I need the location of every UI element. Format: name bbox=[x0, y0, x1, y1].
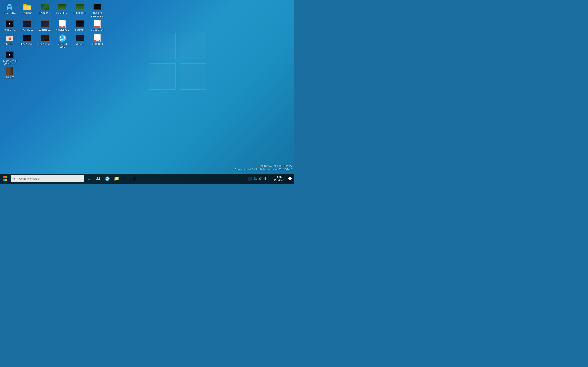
shuibo-label: 视博朋友-电... bbox=[3, 29, 17, 31]
thumb-582c-label: 582c31e279... bbox=[20, 43, 34, 45]
svg-rect-18 bbox=[98, 179, 100, 180]
desktop-icon-row-2: ▶ 视博朋友-电... 4e77e446-2... a1fdefee-2... bbox=[2, 19, 105, 32]
svg-rect-8 bbox=[6, 36, 9, 37]
svg-rect-11 bbox=[3, 176, 5, 178]
desktop-icon-unnamed[interactable]: unnamed bbox=[72, 19, 88, 32]
notification-button[interactable]: 💬 bbox=[287, 174, 293, 184]
desktop-icon-screen-recording[interactable]: 屏幕录制2021-01-2... bbox=[89, 2, 105, 18]
watermark-line1: Windows 10 Pro Insider Preview bbox=[0, 164, 292, 168]
evaluation-watermark: Windows 10 Pro Insider Preview Evaluatio… bbox=[0, 164, 294, 171]
desktop-icon-u39193[interactable]: u=39193384... bbox=[72, 2, 88, 18]
desktop-icon-vlb4xk[interactable]: Vlb4xk7 bbox=[72, 33, 88, 49]
desktop-icon-row-1: Recycle Bin 视频素材 41436311-... bbox=[2, 2, 105, 18]
pdf-english-label: 英语朋友PDF bbox=[91, 29, 104, 31]
network-icon[interactable]: 🌐 bbox=[254, 177, 257, 180]
system-tray: 中 🌐 🔊 🔋 ∧ 1:18 1/31/2021 💬 bbox=[246, 174, 294, 184]
shuibo-icon: ▶ bbox=[6, 20, 14, 28]
pdf-english-icon: PDF bbox=[93, 20, 102, 28]
desktop-icon-41436[interactable]: 41436311-... bbox=[37, 2, 53, 18]
thumb-u39193-label: u=39193384... bbox=[73, 12, 87, 17]
pinned-explorer[interactable]: 📁 bbox=[112, 174, 121, 184]
svg-text:🍎: 🍎 bbox=[8, 37, 11, 40]
book-label: 饮馔成员 bbox=[5, 76, 14, 79]
store-icon: 🛍 bbox=[123, 176, 128, 181]
pdf-l5e48-icon: PDF bbox=[58, 20, 66, 28]
svg-rect-16 bbox=[98, 177, 100, 179]
svg-rect-6 bbox=[24, 6, 31, 10]
volume-icon[interactable]: 🔊 bbox=[259, 177, 262, 180]
mail-icon: ✉ bbox=[132, 176, 136, 181]
screen-recording-icon bbox=[93, 3, 102, 11]
mac-files-label: Mac Files bbox=[5, 43, 14, 45]
thumb-dmg2dem-icon bbox=[58, 3, 66, 11]
thumb-a1fde-label: a1fdefee-2... bbox=[38, 29, 51, 31]
win-pane-tl bbox=[149, 33, 176, 59]
svg-point-19 bbox=[105, 176, 110, 181]
svg-rect-14 bbox=[5, 179, 7, 181]
taskbar: 🔍 ○ bbox=[0, 174, 294, 184]
desktop-icon-shuibo[interactable]: ▶ 视博朋友-电... bbox=[2, 19, 17, 32]
thumb-41436-label: 41436311-... bbox=[38, 12, 51, 15]
recycle-bin-icon bbox=[6, 3, 14, 11]
thumb-41436-icon bbox=[41, 3, 49, 11]
clock-time: 1:18 bbox=[277, 176, 282, 179]
thumb-dmg2dem-label: Dmg2dEm... bbox=[56, 12, 68, 15]
desktop-icon-be467[interactable]: be467ad9bif... bbox=[37, 33, 53, 49]
taskbar-search-bar[interactable]: 🔍 bbox=[11, 175, 84, 182]
desktop-icon-microsoft-edge[interactable]: Microsoft Edge bbox=[54, 33, 70, 49]
screen-recording-label: 屏幕录制2021-01-2... bbox=[90, 12, 104, 17]
thumb-vlb4xk-icon bbox=[76, 34, 84, 42]
cortana-button[interactable]: ○ bbox=[85, 174, 93, 184]
desktop-icon-row-3: 🍎 Mac Files 582c31e279... be467ad9bif... bbox=[2, 33, 105, 49]
recycle-bin-label: Recycle Bin bbox=[4, 12, 16, 15]
edge-desktop-icon bbox=[58, 34, 66, 42]
desktop-icon-a1fde[interactable]: a1fdefee-2... bbox=[37, 19, 53, 32]
video-shuibo-icon: ▶ bbox=[6, 50, 14, 59]
pinned-store[interactable]: 🛍 bbox=[121, 174, 130, 184]
svg-rect-15 bbox=[95, 177, 97, 179]
pinned-apps-group: 📁 🛍 ✉ bbox=[103, 174, 139, 184]
thumb-582c-icon bbox=[23, 34, 31, 42]
video-shuibo-label: 视博朋友-手書_高清108... bbox=[2, 59, 17, 65]
desktop-icon-folder[interactable]: 视频素材 bbox=[19, 2, 35, 18]
desktop-icon-video-shuibo[interactable]: ▶ 视博朋友-手書_高清108... bbox=[2, 50, 17, 66]
thumb-4e77e-label: 4e77e446-2... bbox=[20, 29, 34, 31]
cortana-icon: ○ bbox=[88, 176, 90, 181]
pinned-edge[interactable] bbox=[103, 174, 112, 184]
explorer-icon: 📁 bbox=[114, 176, 119, 181]
win-pane-br bbox=[180, 63, 206, 90]
folder-label: 视频素材 bbox=[23, 12, 32, 15]
pdf-yingbo-icon: PDF bbox=[93, 34, 102, 42]
desktop-icon-book[interactable]: 饮馔成员 bbox=[2, 67, 17, 80]
desktop-icon-pdf-l5e48[interactable]: PDF l5e48f6d92... bbox=[54, 19, 70, 32]
desktop-icons-container: Recycle Bin 视频素材 41436311-... bbox=[2, 2, 105, 81]
language-icon[interactable]: 中 bbox=[248, 176, 252, 181]
microsoft-edge-label: Microsoft Edge bbox=[55, 43, 69, 48]
notification-area: ∧ bbox=[268, 177, 272, 180]
desktop-icon-row-4: ▶ 视博朋友-手書_高清108... bbox=[2, 50, 105, 66]
pdf-yingbo-label: 英语朋友V1 bbox=[91, 43, 103, 45]
mac-files-icon: 🍎 bbox=[6, 34, 14, 42]
clock-display[interactable]: 1:18 1/31/2021 bbox=[272, 174, 287, 184]
pdf-l5e48-label: l5e48f6d92... bbox=[56, 29, 69, 31]
win-pane-bl bbox=[149, 63, 176, 90]
desktop: Recycle Bin 视频素材 41436311-... bbox=[0, 0, 294, 184]
pinned-mail[interactable]: ✉ bbox=[130, 174, 139, 184]
desktop-icon-dmg2dem[interactable]: Dmg2dEm... bbox=[54, 2, 70, 18]
desktop-icon-recycle-bin[interactable]: Recycle Bin bbox=[2, 2, 17, 18]
desktop-icon-4e77e[interactable]: 4e77e446-2... bbox=[19, 19, 35, 32]
chevron-icon[interactable]: ∧ bbox=[269, 177, 271, 180]
desktop-icon-pdf-english[interactable]: PDF 英语朋友PDF bbox=[89, 19, 105, 32]
taskbar-search-icon: 🔍 bbox=[12, 177, 16, 180]
taskbar-search-input[interactable] bbox=[17, 177, 82, 180]
start-button[interactable] bbox=[0, 174, 10, 184]
win-pane-tr bbox=[180, 33, 206, 59]
thumb-be467-icon bbox=[41, 34, 49, 42]
book-icon bbox=[6, 67, 14, 75]
svg-rect-12 bbox=[5, 176, 7, 178]
desktop-icon-mac-files[interactable]: 🍎 Mac Files bbox=[2, 33, 17, 49]
desktop-icon-582c[interactable]: 582c31e279... bbox=[19, 33, 35, 49]
task-view-button[interactable] bbox=[93, 174, 102, 184]
desktop-icon-yingbo-v1[interactable]: PDF 英语朋友V1 bbox=[89, 33, 105, 49]
folder-icon bbox=[23, 3, 31, 11]
